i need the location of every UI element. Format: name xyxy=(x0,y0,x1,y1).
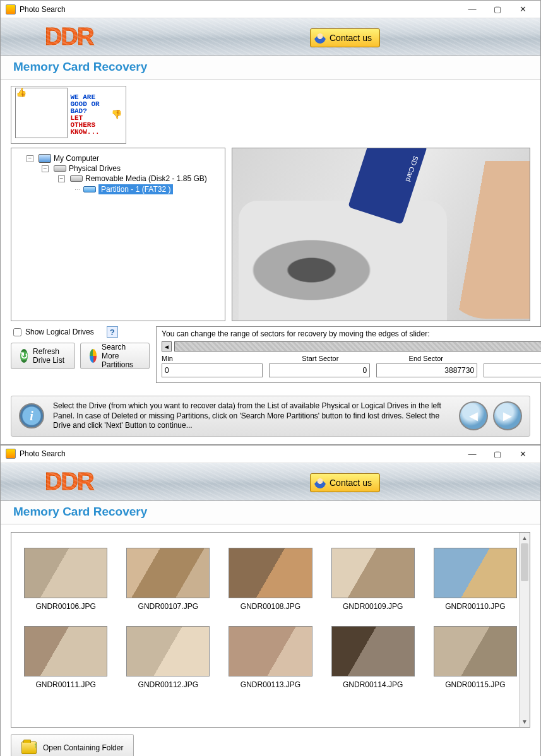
file-item[interactable]: GNDR00107.JPG xyxy=(126,548,210,611)
expander-icon[interactable]: − xyxy=(27,155,33,162)
close-button[interactable]: ✕ xyxy=(510,2,535,17)
thumbs-up-icon: 👍 xyxy=(15,88,68,138)
show-logical-drives-checkbox[interactable] xyxy=(13,328,21,336)
file-thumbnail[interactable] xyxy=(126,626,210,676)
feedback-banner[interactable]: 👍 WE ARE GOOD OR BAD? LET OTHERS KNOW...… xyxy=(11,86,126,144)
file-item[interactable]: GNDR00110.JPG xyxy=(434,548,517,611)
sector-slider[interactable] xyxy=(174,341,541,351)
subtitle-bar: Memory Card Recovery xyxy=(1,501,540,524)
file-name: GNDR00110.JPG xyxy=(434,602,517,611)
file-name: GNDR00114.JPG xyxy=(331,680,415,689)
contact-label: Contact us xyxy=(330,33,372,43)
tree-physical-drives[interactable]: Physical Drives xyxy=(69,164,121,173)
min-sector-input[interactable] xyxy=(162,363,263,377)
file-thumbnail[interactable] xyxy=(24,548,107,598)
recovered-files-panel: GNDR00106.JPGGNDR00107.JPGGNDR00108.JPGG… xyxy=(11,532,530,728)
help-icon[interactable]: ? xyxy=(107,326,118,338)
sector-hint: You can change the range of sectors for … xyxy=(162,329,541,338)
app-icon xyxy=(6,449,16,459)
file-item[interactable]: GNDR00108.JPG xyxy=(229,548,312,611)
minimize-button[interactable]: — xyxy=(460,2,485,17)
start-sector-input[interactable] xyxy=(269,363,370,377)
scrollbar[interactable]: ▲ ▼ xyxy=(519,533,530,727)
file-thumbnail[interactable] xyxy=(331,548,415,598)
file-item[interactable]: GNDR00106.JPG xyxy=(24,548,107,611)
contact-us-button[interactable]: Contact us xyxy=(310,473,380,492)
file-thumbnail[interactable] xyxy=(434,626,517,676)
person-icon xyxy=(314,32,326,44)
window-title: Photo Search xyxy=(20,449,460,458)
maximize-button[interactable]: ▢ xyxy=(485,2,510,17)
file-thumbnail[interactable] xyxy=(229,626,312,676)
file-thumbnail[interactable] xyxy=(229,548,312,598)
expander-icon[interactable]: − xyxy=(58,175,65,182)
file-item[interactable]: GNDR00115.JPG xyxy=(434,626,517,689)
footer-help-text: Select the Drive (from which you want to… xyxy=(53,401,450,431)
titlebar[interactable]: Photo Search — ▢ ✕ xyxy=(1,1,540,18)
close-button[interactable]: ✕ xyxy=(510,446,535,461)
file-item[interactable]: GNDR00111.JPG xyxy=(24,626,107,689)
footer-bar: i Select the Drive (from which you want … xyxy=(11,396,530,437)
preview-image: SD Card xyxy=(232,148,530,321)
file-name: GNDR00108.JPG xyxy=(229,602,312,611)
refresh-drive-list-button[interactable]: Refresh Drive List xyxy=(11,343,75,369)
file-name: GNDR00109.JPG xyxy=(331,602,415,611)
tree-removable-media[interactable]: Removable Media (Disk2 - 1.85 GB) xyxy=(85,174,207,183)
next-button[interactable] xyxy=(493,401,522,430)
file-name: GNDR00115.JPG xyxy=(434,680,517,689)
scroll-up-icon[interactable]: ▲ xyxy=(520,533,530,543)
feedback-line2: LET OTHERS KNOW... xyxy=(70,115,109,136)
window-results: Photo Search — ▢ ✕ DDR Contact us Memory… xyxy=(0,445,541,756)
show-logical-drives-label: Show Logical Drives xyxy=(25,328,94,336)
scroll-down-icon[interactable]: ▼ xyxy=(520,716,530,727)
file-name: GNDR00111.JPG xyxy=(24,680,107,689)
file-item[interactable]: GNDR00113.JPG xyxy=(229,626,312,689)
end-sector-input[interactable] xyxy=(376,363,477,377)
file-item[interactable]: GNDR00112.JPG xyxy=(126,626,210,689)
file-item[interactable]: GNDR00114.JPG xyxy=(331,626,415,689)
partition-icon xyxy=(83,186,96,192)
file-name: GNDR00107.JPG xyxy=(126,602,210,611)
contact-label: Contact us xyxy=(330,478,372,488)
file-thumbnail[interactable] xyxy=(24,626,107,676)
window-drive-select: Photo Search — ▢ ✕ DDR Contact us Memory… xyxy=(0,0,541,445)
app-header: DDR Contact us xyxy=(1,18,540,56)
label-end: End Sector xyxy=(373,355,479,362)
label-min: Min xyxy=(162,355,268,362)
subtitle-bar: Memory Card Recovery xyxy=(1,56,540,80)
drive-icon xyxy=(70,175,83,182)
label-max: Max xyxy=(479,355,541,362)
app-icon xyxy=(6,4,16,15)
pie-search-icon xyxy=(90,349,97,363)
open-containing-folder-button[interactable]: Open Containing Folder xyxy=(11,734,134,756)
expander-icon[interactable]: − xyxy=(42,165,49,172)
brand-logo: DDR xyxy=(45,468,93,495)
tree-partition-selected[interactable]: Partition - 1 (FAT32 ) xyxy=(98,184,173,194)
max-sector-input[interactable] xyxy=(484,363,541,377)
thumbs-down-icon: 👎 xyxy=(111,110,122,119)
computer-icon xyxy=(39,154,51,163)
back-button[interactable] xyxy=(459,401,488,430)
file-thumbnail[interactable] xyxy=(126,548,210,598)
maximize-button[interactable]: ▢ xyxy=(485,446,510,461)
file-name: GNDR00106.JPG xyxy=(24,602,107,611)
drive-tree[interactable]: − My Computer − Physical Drives − Remova… xyxy=(11,148,225,321)
file-thumbnail[interactable] xyxy=(434,548,517,598)
feedback-line1: WE ARE GOOD OR BAD? xyxy=(70,94,109,115)
contact-us-button[interactable]: Contact us xyxy=(310,28,380,47)
brand-logo: DDR xyxy=(45,23,93,50)
file-thumbnail[interactable] xyxy=(331,626,415,676)
slider-left-button[interactable]: ◄ xyxy=(162,341,172,351)
scroll-thumb[interactable] xyxy=(521,543,528,581)
person-icon xyxy=(314,477,326,488)
titlebar[interactable]: Photo Search — ▢ ✕ xyxy=(1,446,540,463)
sector-range-panel: You can change the range of sectors for … xyxy=(156,326,541,383)
file-item[interactable]: GNDR00109.JPG xyxy=(331,548,415,611)
label-start: Start Sector xyxy=(268,355,374,362)
tree-my-computer[interactable]: My Computer xyxy=(54,154,99,163)
minimize-button[interactable]: — xyxy=(460,446,485,461)
subtitle: Memory Card Recovery xyxy=(13,60,147,73)
search-more-partitions-button[interactable]: Search More Partitions xyxy=(80,343,150,369)
file-name: GNDR00113.JPG xyxy=(229,680,312,689)
drive-icon xyxy=(54,165,66,172)
